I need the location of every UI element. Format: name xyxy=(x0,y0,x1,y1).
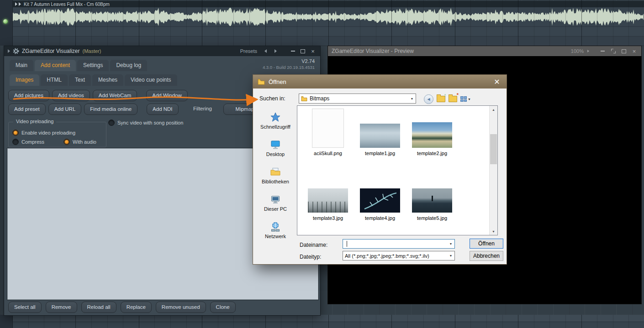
playlist-lane[interactable] xyxy=(12,36,644,46)
clip-play-icon xyxy=(19,2,21,6)
chevron-down-icon[interactable]: ▼ xyxy=(408,97,416,100)
tab-debug-log[interactable]: Debug log xyxy=(110,60,147,71)
playlist-clip-header[interactable]: Kit 7 Autumn Leaves Full Mix - Cm 60Bpm xyxy=(12,1,644,7)
add-url-button[interactable]: Add URL xyxy=(48,104,82,115)
close-button[interactable]: × xyxy=(631,48,638,55)
find-media-online-button[interactable]: Find media online xyxy=(84,104,137,115)
scrollbar-thumb[interactable] xyxy=(490,134,497,164)
zoom-chevron-icon[interactable] xyxy=(587,50,589,52)
preset-next-button[interactable] xyxy=(272,47,279,55)
monitor-icon xyxy=(269,139,281,150)
remove-unused-button[interactable]: Remove unused xyxy=(156,302,206,313)
audio-clip-waveform[interactable] xyxy=(12,7,644,27)
playlist-lane[interactable] xyxy=(12,26,644,36)
add-pictures-button[interactable]: Add pictures xyxy=(8,90,49,101)
computer-icon xyxy=(269,194,281,205)
radio-icon xyxy=(12,139,19,145)
file-item[interactable]: template3.jpg xyxy=(303,186,353,221)
plugin-titlebar[interactable]: ZGameEditor Visualizer (Master) Presets … xyxy=(4,46,320,56)
file-item[interactable]: template2.jpg xyxy=(407,107,457,156)
chevron-down-icon[interactable]: ▼ xyxy=(447,254,454,257)
playlist-lane[interactable] xyxy=(12,322,644,328)
look-in-dropdown[interactable]: Bitmaps ▼ xyxy=(299,94,416,104)
add-webcam-button[interactable]: Add WebCam xyxy=(93,90,137,101)
playlist-left-gutter xyxy=(0,0,13,46)
minimize-button[interactable] xyxy=(599,48,606,55)
playlist-lane[interactable] xyxy=(12,315,644,322)
scrollbar[interactable]: ▲ ▼ xyxy=(489,106,497,235)
file-name: template1.jpg xyxy=(355,151,405,156)
zoom-level[interactable]: 100% xyxy=(571,48,584,54)
subtab-video-cue-points[interactable]: Video cue points xyxy=(125,74,177,86)
open-button[interactable]: Öffnen xyxy=(470,239,503,249)
dialog-title: Öffnen xyxy=(269,78,286,85)
scroll-down-icon[interactable]: ▼ xyxy=(490,228,497,235)
collapse-arrow-icon[interactable] xyxy=(8,49,10,53)
fl-studio-screen: Kit 7 Autumn Leaves Full Mix - Cm 60Bpm … xyxy=(0,0,644,328)
tab-add-content[interactable]: Add content xyxy=(35,60,76,71)
file-list[interactable]: aciiSkull.png template1.jpg template2.jp… xyxy=(297,105,498,235)
fullscreen-button[interactable] xyxy=(610,48,617,55)
sidebar-item-libraries[interactable]: Bibliotheken xyxy=(255,163,296,191)
file-thumbnail xyxy=(360,124,400,148)
filename-input[interactable]: ▼ xyxy=(343,239,455,249)
subtab-images[interactable]: Images xyxy=(10,74,39,86)
select-all-button[interactable]: Select all xyxy=(8,302,42,313)
file-name: template5.jpg xyxy=(407,215,457,221)
new-folder-icon[interactable]: * xyxy=(449,96,457,102)
back-icon[interactable]: ◀ xyxy=(424,94,433,104)
file-name: template2.jpg xyxy=(407,151,457,156)
subtab-meshes[interactable]: Meshes xyxy=(92,74,123,86)
playlist-bottom-strip xyxy=(0,315,644,328)
scroll-up-icon[interactable]: ▲ xyxy=(490,106,497,113)
radio-enable-video-preloading[interactable]: Enable video preloading xyxy=(12,130,75,136)
chevron-down-icon[interactable]: ▼ xyxy=(447,242,454,245)
reload-all-button[interactable]: Reload all xyxy=(81,302,116,313)
plugin-master-label: (Master) xyxy=(83,48,101,54)
preview-titlebar[interactable]: ZGameEditor Visualizer - Preview 100% × xyxy=(328,46,641,56)
subtab-html[interactable]: HTML xyxy=(41,74,68,86)
file-item[interactable]: template5.jpg xyxy=(407,186,457,221)
dialog-titlebar[interactable]: Öffnen ✕ xyxy=(253,75,507,89)
minimize-button[interactable] xyxy=(289,47,296,55)
radio-sync-video[interactable]: Sync video with song position xyxy=(108,120,183,126)
up-one-level-icon[interactable]: ↑ xyxy=(437,96,445,102)
close-button[interactable]: × xyxy=(309,47,317,55)
presets-label: Presets xyxy=(240,48,257,54)
radio-with-audio[interactable]: With audio xyxy=(63,139,96,145)
filetype-dropdown[interactable]: All (*.png;*.jpg;*.jpeg;*.bmp;*.svg;*.il… xyxy=(343,251,455,260)
sidebar-item-quick-access[interactable]: Schnellzugriff xyxy=(255,109,296,136)
maximize-button[interactable] xyxy=(620,48,627,55)
view-menu-icon[interactable]: ▼ xyxy=(460,96,471,102)
close-icon[interactable]: ✕ xyxy=(492,78,502,86)
sidebar-item-desktop[interactable]: Desktop xyxy=(255,136,296,163)
file-item[interactable]: template4.jpg xyxy=(355,186,405,221)
clone-button[interactable]: Clone xyxy=(210,302,236,313)
sidebar-item-network[interactable]: Netzwerk xyxy=(255,218,296,245)
replace-button[interactable]: Replace xyxy=(121,302,152,313)
remove-button[interactable]: Remove xyxy=(46,302,77,313)
radio-label: Enable video preloading xyxy=(21,130,75,135)
file-name: template3.jpg xyxy=(303,215,353,221)
tab-main[interactable]: Main xyxy=(10,60,33,71)
gear-icon[interactable] xyxy=(13,48,19,54)
radio-compress[interactable]: Compress xyxy=(12,139,44,145)
playlist-left-gutter xyxy=(0,315,13,328)
add-videos-button[interactable]: Add videos xyxy=(52,90,90,101)
preset-prev-button[interactable] xyxy=(262,47,269,55)
dialog-body: Suchen in: Bitmaps ▼ ◀ ↑ * ▼ xyxy=(253,89,507,264)
file-item[interactable]: aciiSkull.png xyxy=(303,107,353,156)
maximize-button[interactable] xyxy=(299,47,306,55)
content-subtab-bar: Images HTML Text Meshes Video cue points xyxy=(10,74,177,86)
subtab-text[interactable]: Text xyxy=(69,74,91,86)
add-preset-button[interactable]: Add preset xyxy=(8,104,46,115)
star-icon xyxy=(269,112,281,123)
file-item[interactable]: template1.jpg xyxy=(355,107,405,156)
add-ndi-button[interactable]: Add NDI xyxy=(147,104,178,115)
file-name: template4.jpg xyxy=(355,215,405,221)
add-window-button[interactable]: Add Window xyxy=(146,90,188,101)
cancel-button[interactable]: Abbrechen xyxy=(470,251,503,261)
tab-settings[interactable]: Settings xyxy=(77,60,109,71)
sidebar-item-this-pc[interactable]: Dieser PC xyxy=(255,191,296,218)
track-status-led[interactable] xyxy=(3,19,8,24)
